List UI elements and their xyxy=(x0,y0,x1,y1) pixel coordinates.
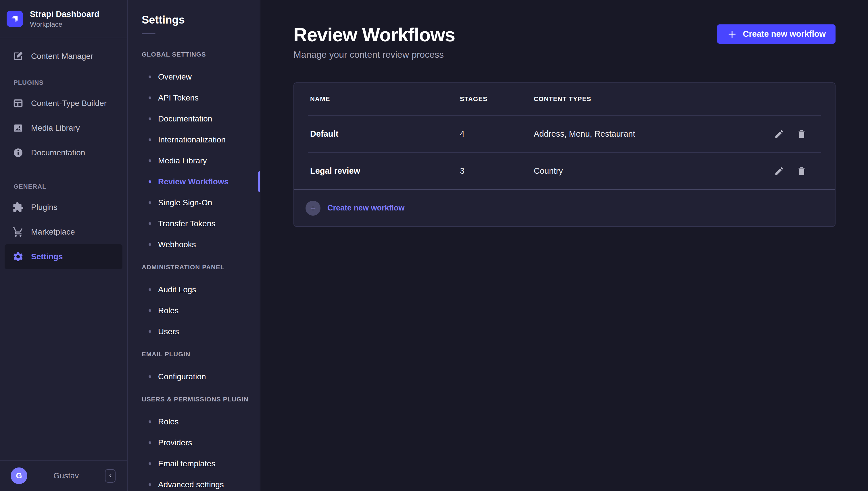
user-avatar[interactable]: G xyxy=(11,467,27,484)
gear-icon xyxy=(12,251,24,263)
nav-section-label: PLUGINS xyxy=(13,79,127,86)
subnav-group-global-settings: GLOBAL SETTINGS Overview API Tokens Docu… xyxy=(128,51,260,255)
workspace-title: Strapi Dashboard xyxy=(30,9,100,19)
main-nav: Content Manager PLUGINS Content-Type Bui… xyxy=(0,38,127,460)
workflow-content-types: Address, Menu, Restaurant xyxy=(534,129,759,139)
sidebar-item-media-library[interactable]: Media Library xyxy=(5,116,123,140)
subnav-section-label: EMAIL PLUGIN xyxy=(142,351,260,357)
strapi-logo-icon xyxy=(7,11,23,27)
sidebar-item-label: Documentation xyxy=(31,148,85,157)
workflow-content-types: Country xyxy=(534,166,759,176)
bullet-icon xyxy=(148,76,151,78)
row-actions xyxy=(759,165,819,177)
sidebar-item-marketplace[interactable]: Marketplace xyxy=(5,220,123,244)
subnav-item-users[interactable]: Users xyxy=(128,321,260,342)
sidebar-item-plugins[interactable]: Plugins xyxy=(5,195,123,220)
delete-workflow-button[interactable] xyxy=(796,165,807,177)
user-menu: G Gustav xyxy=(0,460,127,491)
bullet-icon xyxy=(148,375,151,378)
strapi-app: Strapi Dashboard Workplace Content Manag… xyxy=(0,0,868,491)
subnav-group-users-permissions-plugin: USERS & PERMISSIONS PLUGIN Roles Provide… xyxy=(128,396,260,491)
edit-workflow-button[interactable] xyxy=(774,165,785,177)
workflow-stages: 3 xyxy=(460,166,534,176)
plus-circle-icon xyxy=(305,201,321,215)
sidebar-item-content-type-builder[interactable]: Content-Type Builder xyxy=(5,91,123,116)
settings-subnav: Settings GLOBAL SETTINGS Overview API To… xyxy=(128,0,261,491)
media-library-icon xyxy=(12,122,24,134)
main-content: Review Workflows Manage your content rev… xyxy=(261,0,868,491)
subnav-item-internationalization[interactable]: Internationalization xyxy=(128,129,260,150)
subnav-item-email-templates[interactable]: Email templates xyxy=(128,453,260,474)
subnav-item-media-library[interactable]: Media Library xyxy=(128,150,260,171)
content-manager-icon xyxy=(12,50,24,62)
bullet-icon xyxy=(148,138,151,141)
workspace-brand[interactable]: Strapi Dashboard Workplace xyxy=(0,0,127,38)
subnav-item-advanced-settings[interactable]: Advanced settings xyxy=(128,474,260,491)
puzzle-icon xyxy=(12,201,24,213)
subnav-item-admin-roles[interactable]: Roles xyxy=(128,300,260,321)
subnav-item-providers[interactable]: Providers xyxy=(128,432,260,453)
subnav-section-label: ADMINISTRATION PANEL xyxy=(142,264,260,270)
table-row[interactable]: Default 4 Address, Menu, Restaurant xyxy=(294,116,835,152)
table-footer-create-workflow[interactable]: Create new workflow xyxy=(294,189,835,226)
subnav-section-label: USERS & PERMISSIONS PLUGIN xyxy=(142,396,260,403)
page-title: Review Workflows xyxy=(294,24,455,45)
column-header-name: NAME xyxy=(310,95,460,103)
subnav-item-configuration[interactable]: Configuration xyxy=(128,366,260,387)
subnav-item-api-tokens[interactable]: API Tokens xyxy=(128,87,260,108)
subnav-item-overview[interactable]: Overview xyxy=(128,66,260,87)
trash-icon xyxy=(796,166,807,176)
trash-icon xyxy=(796,129,807,139)
sidebar-item-label: Content-Type Builder xyxy=(31,99,107,108)
nav-group-plugins: PLUGINS Content-Type Builder Media Libra… xyxy=(0,79,127,165)
subnav-item-single-sign-on[interactable]: Single Sign-On xyxy=(128,192,260,213)
collapse-sidebar-button[interactable] xyxy=(105,469,115,483)
bullet-icon xyxy=(148,309,151,312)
sidebar-item-label: Plugins xyxy=(31,203,57,212)
content-type-builder-icon xyxy=(12,97,24,109)
sidebar-item-label: Media Library xyxy=(31,123,80,133)
subnav-group-email-plugin: EMAIL PLUGIN Configuration xyxy=(128,351,260,387)
table-row[interactable]: Legal review 3 Country xyxy=(294,153,835,189)
footer-create-label: Create new workflow xyxy=(327,204,405,212)
bullet-icon xyxy=(148,483,151,486)
sidebar-item-label: Content Manager xyxy=(31,52,93,61)
subnav-item-webhooks[interactable]: Webhooks xyxy=(128,234,260,255)
sidebar-item-label: Marketplace xyxy=(31,227,75,237)
bullet-icon xyxy=(148,160,151,162)
page-heading-block: Review Workflows Manage your content rev… xyxy=(294,24,455,59)
table-header-row: NAME STAGES CONTENT TYPES xyxy=(294,83,835,115)
subnav-divider xyxy=(142,33,156,34)
workflow-stages: 4 xyxy=(460,129,534,139)
subnav-group-administration-panel: ADMINISTRATION PANEL Audit Logs Roles Us… xyxy=(128,264,260,342)
subnav-title: Settings xyxy=(142,14,260,26)
column-header-stages: STAGES xyxy=(460,95,534,103)
edit-workflow-button[interactable] xyxy=(774,128,785,140)
create-workflow-button[interactable]: Create new workflow xyxy=(717,24,836,44)
subnav-item-audit-logs[interactable]: Audit Logs xyxy=(128,279,260,300)
nav-group-general: GENERAL Plugins Marketplace xyxy=(0,183,127,269)
shopping-cart-icon xyxy=(12,226,24,238)
bullet-icon xyxy=(148,441,151,444)
workflow-name: Legal review xyxy=(310,166,460,176)
subnav-item-documentation[interactable]: Documentation xyxy=(128,108,260,129)
bullet-icon xyxy=(148,180,151,183)
main-sidebar: Strapi Dashboard Workplace Content Manag… xyxy=(0,0,128,491)
bullet-icon xyxy=(148,330,151,333)
subnav-item-transfer-tokens[interactable]: Transfer Tokens xyxy=(128,213,260,234)
row-actions xyxy=(759,128,819,140)
subnav-item-review-workflows[interactable]: Review Workflows xyxy=(128,171,260,192)
workflows-table: NAME STAGES CONTENT TYPES Default 4 Addr… xyxy=(294,82,836,227)
subnav-section-label: GLOBAL SETTINGS xyxy=(142,51,260,58)
delete-workflow-button[interactable] xyxy=(796,128,807,140)
bullet-icon xyxy=(148,222,151,225)
user-name: Gustav xyxy=(27,471,105,480)
sidebar-item-content-manager[interactable]: Content Manager xyxy=(5,44,123,68)
nav-section-label: GENERAL xyxy=(13,183,127,191)
bullet-icon xyxy=(148,96,151,99)
sidebar-item-documentation[interactable]: Documentation xyxy=(5,140,123,165)
pencil-icon xyxy=(774,166,784,176)
subnav-item-up-roles[interactable]: Roles xyxy=(128,411,260,432)
sidebar-item-settings[interactable]: Settings xyxy=(5,244,123,269)
bullet-icon xyxy=(148,421,151,423)
